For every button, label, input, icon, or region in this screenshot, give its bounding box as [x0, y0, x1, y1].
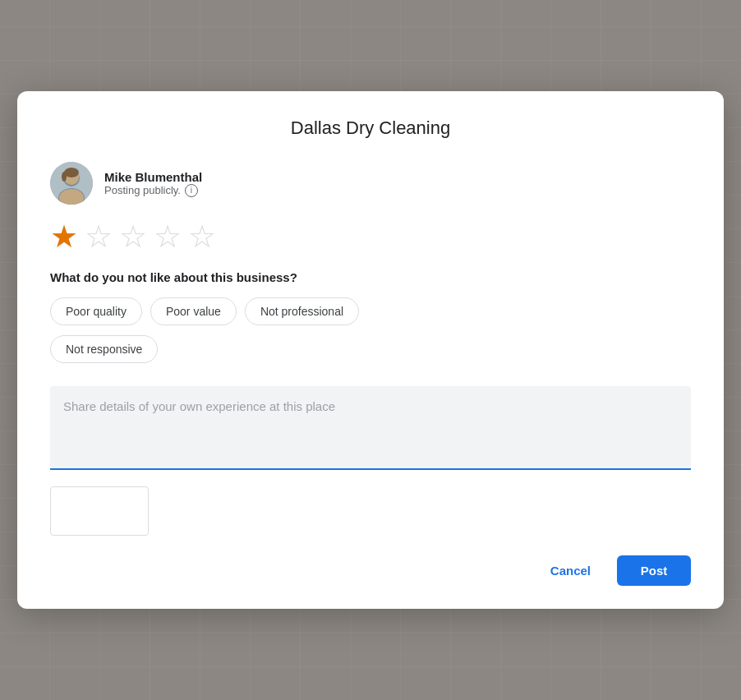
textarea-wrapper: [50, 386, 691, 468]
info-icon[interactable]: i: [185, 184, 198, 197]
review-modal: Dallas Dry Cleaning Mike Blumenthal: [17, 91, 724, 609]
modal-title: Dallas Dry Cleaning: [50, 117, 691, 139]
chips-row-2: Not responsive: [50, 335, 691, 363]
dislike-question: What do you not like about this business…: [50, 270, 691, 284]
star-4[interactable]: ☆: [154, 221, 182, 252]
textarea-border: [50, 468, 691, 470]
chips-row-1: Poor quality Poor value Not professional: [50, 297, 691, 325]
star-2[interactable]: ☆: [85, 221, 113, 252]
avatar: [50, 162, 93, 205]
modal-footer: Cancel Post: [50, 555, 691, 586]
chip-not-professional[interactable]: Not professional: [245, 297, 359, 325]
stars-row: ★ ☆ ☆ ☆ ☆: [50, 221, 691, 252]
star-3[interactable]: ☆: [119, 221, 147, 252]
star-5[interactable]: ☆: [188, 221, 216, 252]
svg-point-6: [62, 172, 67, 182]
chip-poor-value[interactable]: Poor value: [150, 297, 237, 325]
cancel-button[interactable]: Cancel: [534, 555, 607, 586]
modal-backdrop: Dallas Dry Cleaning Mike Blumenthal: [0, 0, 741, 700]
chip-poor-quality[interactable]: Poor quality: [50, 297, 142, 325]
user-name: Mike Blumenthal: [104, 170, 202, 184]
chip-not-responsive[interactable]: Not responsive: [50, 335, 158, 363]
review-textarea[interactable]: [63, 399, 678, 465]
user-section: Mike Blumenthal Posting publicly. i: [50, 162, 691, 205]
star-1[interactable]: ★: [50, 221, 78, 252]
post-button[interactable]: Post: [617, 555, 691, 586]
user-info: Mike Blumenthal Posting publicly. i: [104, 170, 202, 197]
posting-publicly-label: Posting publicly. i: [104, 184, 202, 197]
photo-upload-box[interactable]: [50, 486, 149, 536]
